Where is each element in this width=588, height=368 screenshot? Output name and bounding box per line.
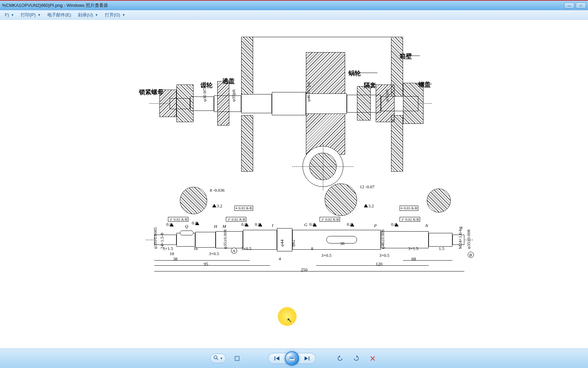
menu-email[interactable]: 电子邮件(E) (44, 11, 74, 19)
fit-35b: φ35js6 (384, 89, 390, 102)
sec-M: M (222, 224, 226, 229)
leader (354, 73, 377, 73)
engineering-drawing: 箱壁 蜗轮 隔套 螺盖 齿轮 透盖 锁紧螺母 φ30 H7/js6 φ35js6… (67, 33, 521, 289)
svg-marker-10 (356, 355, 358, 357)
label-lock-nut: 锁紧螺母 (139, 88, 164, 96)
screw-cap-block (403, 83, 423, 124)
leader (406, 56, 420, 56)
chevron-down-icon: ▼ (122, 13, 125, 17)
title-bar: %CMKA1OPVUN2}860}PI.png - Windows 照片查看器 … (0, 0, 588, 10)
ls-8 (381, 231, 429, 248)
surface-finish-icon (364, 204, 368, 207)
dim-250: 250 (301, 267, 308, 273)
key-section-2 (325, 183, 357, 216)
svg-rect-2 (235, 356, 239, 360)
menu-email-label: 电子邮件(E) (47, 12, 71, 18)
menu-open[interactable]: 打开(O) ▼ (102, 11, 129, 19)
dim-38: 38 (173, 256, 177, 262)
dim-d44: φ44 (279, 239, 285, 247)
fit-window-button[interactable] (232, 354, 242, 363)
sec-P: P (374, 223, 377, 229)
dim-d35b: φ35±0.008 (466, 230, 471, 249)
dim-d30: φ30±0.0085 (153, 227, 158, 249)
label-screw-cap: 螺盖 (418, 80, 431, 89)
sec-Q: Q (185, 224, 188, 229)
ls-3 (195, 232, 216, 248)
dim-68: 68 (412, 256, 416, 262)
ra08-2b: 0.8 (255, 222, 260, 227)
menu-open-label: 打开(O) (105, 12, 120, 18)
slideshow-button[interactable] (285, 351, 299, 366)
magnifier-icon (213, 355, 219, 362)
menu-print-label: 打印(P) (21, 12, 35, 18)
dim-38b: 38 (340, 241, 344, 246)
menu-file-label: F) (5, 12, 9, 17)
ra08-1b: 0.8 (192, 220, 197, 226)
datum-A: A (232, 248, 235, 254)
cover-left (217, 81, 229, 126)
maximize-button[interactable]: □ (576, 2, 586, 9)
gear-block (176, 85, 194, 122)
dim-8: 8 (311, 246, 313, 251)
sec-H: H (214, 224, 217, 229)
displayed-image: 箱壁 蜗轮 隔套 螺盖 齿轮 透盖 锁紧螺母 φ30 H7/js6 φ35js6… (67, 33, 521, 289)
dimline (154, 265, 270, 266)
dimline (403, 260, 452, 261)
svg-rect-3 (275, 356, 275, 360)
svg-marker-7 (305, 356, 308, 360)
rotate-ccw-button[interactable] (335, 354, 345, 363)
sec-N: N (425, 223, 428, 229)
box-wall-right-b (391, 115, 403, 172)
zoom-control[interactable]: ▼ (210, 354, 226, 363)
window-controls: — □ (564, 2, 586, 9)
dim-3x05c: 3×0.5 (321, 253, 331, 258)
title-accent (259, 0, 313, 1)
key8: 8 -0.036 (210, 188, 225, 193)
label-transparent-cover: 透盖 (222, 77, 235, 85)
ra32a: 3.2 (217, 203, 222, 209)
shaft-seg-4 (241, 94, 272, 113)
next-button[interactable] (298, 354, 315, 363)
previous-button[interactable] (269, 354, 285, 363)
chevron-down-icon: ▼ (95, 13, 98, 17)
svg-marker-4 (276, 356, 279, 360)
ra08-1: 0.8 (166, 222, 172, 227)
dim-d35: φ35±0.008 (222, 230, 228, 249)
menu-file[interactable]: F) ▼ (1, 11, 17, 18)
dim-3x05a: 3×0.5 (209, 251, 219, 256)
delete-button[interactable] (368, 354, 378, 363)
svg-marker-9 (339, 355, 340, 357)
sec-G: G (304, 222, 307, 227)
dim-m24: M24×1.6-6g (458, 227, 463, 249)
dimline (316, 265, 429, 266)
fit-46: φ46 H7/js6 (306, 82, 311, 102)
dimline-250 (154, 271, 464, 271)
sec-I: I (272, 223, 273, 228)
ra08-3: 0.8 (347, 222, 352, 227)
leader (372, 85, 391, 85)
minimize-button[interactable]: — (564, 2, 574, 9)
menu-bar: F) ▼ 打印(P) ▼ 电子邮件(E) 刻录(U) ▼ 打开(O) ▼ (0, 10, 588, 20)
leader (415, 84, 432, 84)
menu-burn[interactable]: 刻录(U) ▼ (75, 11, 102, 19)
key-section-1 (180, 187, 207, 214)
chevron-down-icon: ▼ (38, 13, 41, 17)
svg-rect-8 (309, 356, 309, 360)
datum-B: B (469, 252, 472, 258)
dim-d46: φ46±0.008 (380, 230, 386, 249)
dim-3x15b: 3×1.5 (408, 246, 418, 251)
tol-002-1: ⫽ 0.02 A-B (168, 217, 188, 222)
menu-print[interactable]: 打印(P) ▼ (17, 11, 44, 19)
key-section-3 (427, 189, 451, 212)
dimline (154, 260, 250, 261)
dim-3x15a: 3×1.5 (163, 246, 173, 251)
ra08-g: 0.8 (309, 222, 315, 227)
label-sleeve: 隔套 (364, 81, 376, 89)
menu-burn-label: 刻录(U) (78, 12, 93, 18)
image-viewport[interactable]: 箱壁 蜗轮 隔套 螺盖 齿轮 透盖 锁紧螺母 φ30 H7/js6 φ35js6… (0, 20, 588, 349)
shaft-seg-5 (272, 92, 306, 115)
dim-16: 16 (194, 246, 198, 251)
svg-point-0 (214, 356, 217, 359)
rotate-cw-button[interactable] (351, 354, 361, 363)
label-worm-wheel: 蜗轮 (349, 69, 361, 77)
